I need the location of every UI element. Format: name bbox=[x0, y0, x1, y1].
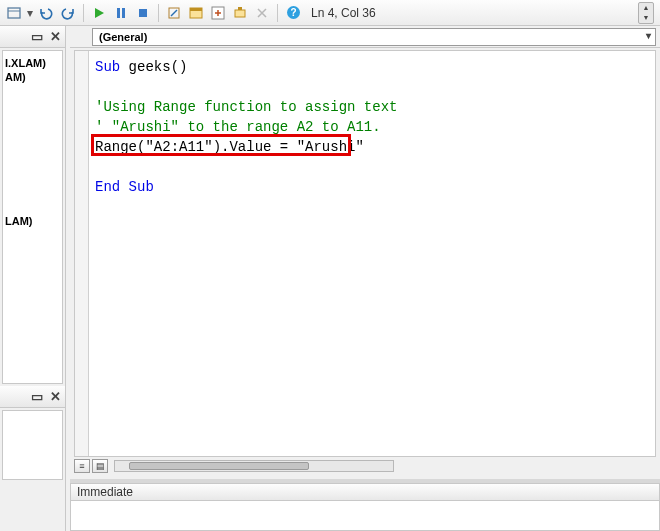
object-combo-label: (General) bbox=[99, 31, 147, 43]
svg-rect-9 bbox=[235, 10, 245, 17]
object-combo[interactable]: (General) bbox=[92, 28, 656, 46]
run-icon[interactable] bbox=[89, 3, 109, 23]
horizontal-scrollbar[interactable] bbox=[114, 460, 394, 472]
close-icon[interactable]: ✕ bbox=[47, 389, 63, 405]
properties-grid[interactable] bbox=[2, 410, 63, 480]
close-icon[interactable]: ✕ bbox=[47, 29, 63, 45]
main-area: ▭ ✕ I.XLAM) AM) LAM) ▭ ✕ (General) bbox=[0, 26, 660, 531]
collapse-icon[interactable]: ▭ bbox=[29, 29, 45, 45]
project-explorer-header: ▭ ✕ bbox=[0, 26, 65, 48]
tree-item[interactable]: AM) bbox=[5, 71, 60, 83]
undo-icon[interactable] bbox=[36, 3, 56, 23]
view-mode-buttons: ≡ ▤ bbox=[74, 457, 656, 475]
code-panel: (General) Sub geeks() 'Using Range funct… bbox=[70, 26, 660, 531]
immediate-title: Immediate bbox=[70, 483, 660, 501]
svg-rect-7 bbox=[190, 8, 202, 11]
collapse-icon[interactable]: ▭ bbox=[29, 389, 45, 405]
properties-header: ▭ ✕ bbox=[0, 386, 65, 408]
svg-rect-10 bbox=[238, 7, 242, 10]
object-browser-icon[interactable] bbox=[230, 3, 250, 23]
break-icon[interactable] bbox=[111, 3, 131, 23]
object-proc-bar: (General) bbox=[70, 26, 660, 48]
svg-rect-0 bbox=[8, 8, 20, 18]
code-gutter bbox=[75, 51, 89, 456]
help-icon[interactable]: ? bbox=[283, 3, 303, 23]
left-panel: ▭ ✕ I.XLAM) AM) LAM) ▭ ✕ bbox=[0, 26, 66, 531]
toolbar-separator bbox=[158, 4, 159, 22]
toolbar-separator bbox=[83, 4, 84, 22]
cursor-position-label: Ln 4, Col 36 bbox=[311, 6, 376, 20]
procedure-view-button[interactable]: ≡ bbox=[74, 459, 90, 473]
svg-text:?: ? bbox=[290, 7, 296, 18]
svg-rect-4 bbox=[139, 9, 147, 17]
view-code-icon[interactable] bbox=[4, 3, 24, 23]
project-explorer-icon[interactable] bbox=[186, 3, 206, 23]
toolbar-separator bbox=[277, 4, 278, 22]
toolbox-icon[interactable] bbox=[252, 3, 272, 23]
scrollbar-thumb[interactable] bbox=[129, 462, 309, 470]
view-dropdown-icon[interactable]: ▾ bbox=[26, 3, 34, 23]
reset-icon[interactable] bbox=[133, 3, 153, 23]
code-text: Sub geeks() 'Using Range function to ass… bbox=[95, 57, 651, 197]
code-editor[interactable]: Sub geeks() 'Using Range function to ass… bbox=[74, 50, 656, 457]
tree-item[interactable]: I.XLAM) bbox=[5, 57, 60, 69]
immediate-window: Immediate bbox=[70, 479, 660, 531]
design-mode-icon[interactable] bbox=[164, 3, 184, 23]
redo-icon[interactable] bbox=[58, 3, 78, 23]
full-module-view-button[interactable]: ▤ bbox=[92, 459, 108, 473]
tree-item[interactable]: LAM) bbox=[5, 215, 60, 227]
svg-rect-3 bbox=[122, 8, 125, 18]
toolbar-scroll-buttons[interactable]: ▲▼ bbox=[638, 2, 654, 24]
properties-icon[interactable] bbox=[208, 3, 228, 23]
immediate-input[interactable] bbox=[70, 501, 660, 531]
main-toolbar: ▾ ? Ln 4, Col 36 ▲▼ bbox=[0, 0, 660, 26]
project-tree[interactable]: I.XLAM) AM) LAM) bbox=[2, 50, 63, 384]
svg-rect-2 bbox=[117, 8, 120, 18]
